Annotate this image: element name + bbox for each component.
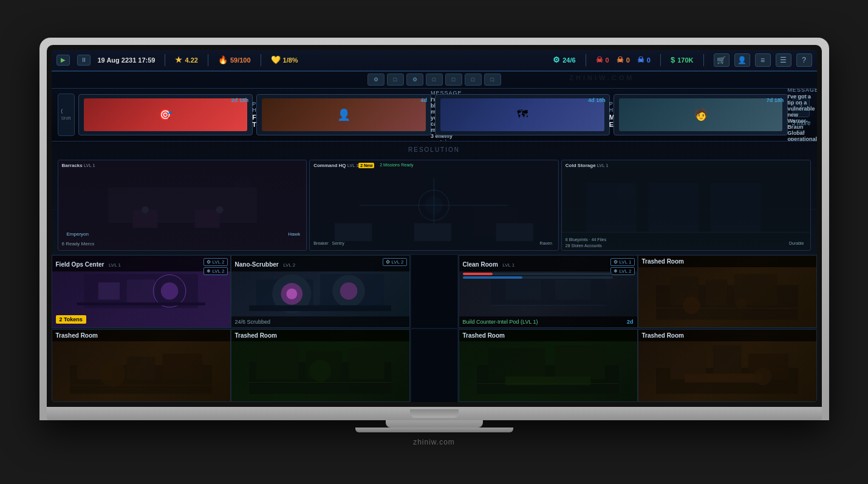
pause-button[interactable]: ⏸ — [77, 55, 91, 66]
room-trashed-2[interactable]: Trashed Room — [231, 329, 410, 402]
blue-skull-stat: ☠ 0 — [637, 55, 651, 64]
red-skull-icon: ☠ — [596, 55, 603, 64]
orange-skull-icon: ☠ — [617, 55, 624, 64]
room-name-nano: Nano-Scrubber — [235, 261, 279, 268]
menu-button[interactable]: ≡ — [755, 53, 771, 67]
notif-timer-1: 2d 18h — [231, 97, 249, 103]
room-name-trashed-2: Trashed Room — [235, 332, 277, 339]
divider-1 — [165, 54, 165, 66]
timeline-item-4[interactable]: □ — [426, 73, 443, 86]
screen-bezel: ▶ ⏸ 19 Aug 2231 17:59 ★ 4.22 � — [47, 45, 822, 407]
timeline-item-2[interactable]: □ — [387, 73, 404, 86]
notif-timer-2: 4d — [420, 97, 427, 103]
svg-rect-65 — [488, 348, 545, 380]
timeline-item-3[interactable]: ⚙ — [406, 73, 423, 86]
room-trashed-4[interactable]: Trashed Room — [638, 329, 817, 402]
room-nano-scrubber[interactable]: Nano-Scrubber LVL 2 ⚙LVL 2 — [231, 255, 410, 328]
rooms-section: Field Ops Center LVL 1 ⚙LVL 2 ❄LVL 2 — [52, 254, 817, 402]
help-button[interactable]: ? — [796, 53, 812, 67]
heat-stat: 🔥 59/100 — [218, 55, 251, 64]
room-trashed-1[interactable]: Trashed Room — [52, 329, 231, 402]
notif-content-4: NEW MESSAGE I've got a tip on a vulnerab… — [787, 89, 816, 141]
room-name-trashed-mid: Trashed Room — [642, 258, 684, 265]
toolbar-right: 🛒 👤 ≡ ☰ ? — [714, 53, 812, 67]
shop-button[interactable]: 🛒 — [714, 53, 730, 67]
money-icon: $ — [671, 55, 675, 64]
room-name-fieldops: Field Ops Center — [56, 261, 104, 268]
notification-card-2[interactable]: 👤 NEW MESSAGE I'm holding blood money fo… — [256, 94, 431, 135]
svg-rect-32 — [77, 302, 205, 305]
divider-6 — [703, 54, 704, 66]
svg-rect-54 — [127, 356, 155, 380]
orange-skull-stat: ☠ 0 — [617, 55, 630, 64]
characters-button[interactable]: 👤 — [734, 53, 750, 67]
red-skull-stat: ☠ 0 — [596, 55, 609, 64]
laptop-stand-base — [355, 428, 513, 432]
timeline-item-5[interactable]: □ — [445, 73, 462, 86]
clean-room-build-info: Build Counter-Intel Pod (LVL 1) 2d — [459, 316, 637, 327]
notification-card-1[interactable]: 🎯 PENDING HEIST FENWAY THEFT 2d 18h — [78, 94, 253, 135]
game-screen: ▶ ⏸ 19 Aug 2231 17:59 ★ 4.22 � — [52, 50, 817, 402]
heat-icon: 🔥 — [218, 55, 228, 64]
timeline-item-7[interactable]: □ — [484, 73, 501, 86]
divider-3 — [261, 54, 261, 66]
play-button[interactable]: ▶ — [56, 55, 70, 66]
svg-rect-28 — [98, 282, 120, 299]
svg-point-63 — [309, 360, 331, 382]
laptop-notch — [410, 409, 459, 418]
notifications-area: ⟨ Shift 🎯 PENDING HEIST FENWAY THEFT — [52, 89, 817, 141]
top-bar: ▶ ⏸ 19 Aug 2231 17:59 ★ 4.22 � — [52, 50, 817, 72]
svg-rect-21 — [414, 223, 451, 241]
room-lvl-badges-nano: ⚙LVL 2 — [383, 258, 406, 266]
rating-stat: ★ 4.22 — [175, 55, 197, 64]
svg-rect-73 — [685, 374, 763, 383]
crew-stat: ⚙ 24/6 — [553, 55, 575, 64]
svg-point-51 — [736, 298, 747, 309]
timeline-bar: ZHINIW.COM ⚙ □ ⚙ □ □ □ □ — [52, 72, 817, 89]
laptop-stand — [386, 420, 483, 428]
svg-rect-67 — [505, 377, 591, 385]
blue-skull-icon: ☠ — [637, 55, 644, 64]
svg-rect-43 — [555, 280, 591, 300]
room-info-nano: 24/6 Scrubbed — [231, 316, 409, 327]
timeline-item-1[interactable]: ⚙ — [367, 73, 384, 86]
separator-col-bottom — [410, 329, 459, 402]
game-scene-area: Resolution — [52, 141, 817, 254]
divider-2 — [208, 54, 208, 66]
svg-rect-40 — [249, 305, 391, 311]
notif-image-3: 🗺 — [440, 98, 604, 131]
room-trashed-mid[interactable]: Trashed Room — [638, 255, 817, 328]
room-trashed-3[interactable]: Trashed Room — [459, 329, 638, 402]
fuel-icon: 💛 — [271, 55, 281, 64]
notif-type-4: NEW MESSAGE — [787, 89, 816, 93]
room-name-trashed-1: Trashed Room — [56, 332, 98, 339]
build-timer-clean: 2d — [627, 319, 634, 325]
svg-point-37 — [286, 288, 297, 299]
svg-rect-25 — [711, 183, 760, 232]
room-name-clean: Clean Room — [463, 261, 498, 268]
divider-5 — [660, 54, 661, 66]
timeline-item-6[interactable]: □ — [465, 73, 482, 86]
svg-rect-24 — [649, 183, 699, 232]
list-button[interactable]: ☰ — [776, 53, 791, 67]
room-level-nano: LVL 2 — [283, 262, 295, 268]
svg-rect-13 — [194, 210, 219, 228]
room-lvl-badges-fieldops: ⚙LVL 2 ❄LVL 2 — [203, 258, 227, 275]
svg-rect-20 — [335, 223, 372, 241]
notif-prev-button[interactable]: ⟨ Shift — [58, 94, 75, 136]
notif-timer-3: 4d 18h — [588, 97, 606, 103]
laptop-outer: ▶ ⏸ 19 Aug 2231 17:59 ★ 4.22 � — [39, 38, 829, 420]
divider-4 — [586, 54, 586, 66]
build-label-clean: Build Counter-Intel Pod (LVL 1) — [463, 319, 538, 325]
svg-point-74 — [754, 368, 771, 386]
rooms-bottom-grid: Trashed Room — [52, 328, 817, 402]
room-field-ops[interactable]: Field Ops Center LVL 1 ⚙LVL 2 ❄LVL 2 — [52, 255, 231, 328]
notif-image-4: 🧑 — [619, 98, 783, 131]
crew-icon: ⚙ — [553, 55, 560, 64]
room-lvl-badges-clean: ⚙LVL 1 ❄LVL 2 — [610, 258, 634, 275]
notification-card-3[interactable]: 🗺 PENDING HEIST MIDNIGHT EXIT 4d 18h — [435, 94, 610, 135]
svg-rect-42 — [505, 280, 541, 300]
svg-rect-59 — [256, 345, 299, 380]
room-clean-room[interactable]: Clean Room LVL 1 ⚙LVL 1 ❄LVL 2 — [459, 255, 638, 328]
notification-card-4[interactable]: 🧑 NEW MESSAGE I've got a tip on a vulner… — [613, 94, 788, 135]
